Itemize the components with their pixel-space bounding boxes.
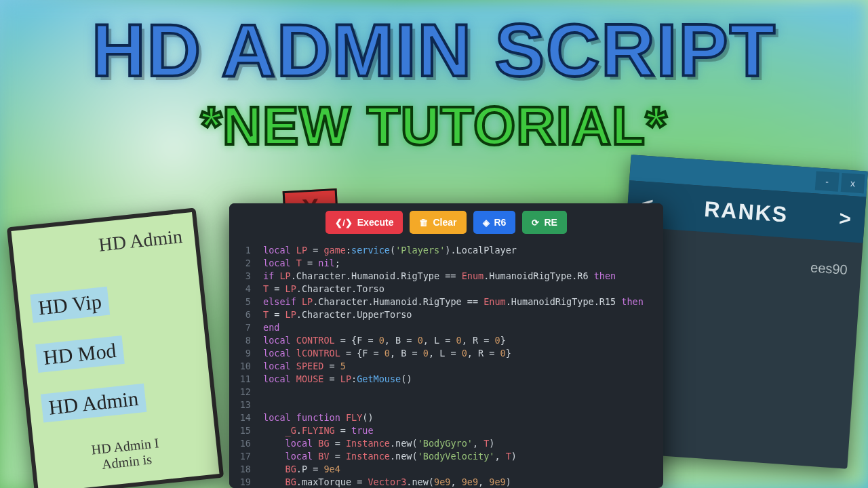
editor-toolbar: ❮/❯ Execute 🗑 Clear ◈ R6 ⟳ RE: [229, 203, 663, 241]
r6-button[interactable]: ◈ R6: [473, 211, 516, 234]
script-editor: ❮/❯ Execute 🗑 Clear ◈ R6 ⟳ RE 1234567891…: [229, 203, 663, 488]
r6-label: R6: [494, 217, 507, 228]
rank-chip-mod[interactable]: HD Mod: [35, 336, 124, 373]
re-label: RE: [544, 217, 557, 228]
minimize-button[interactable]: -: [815, 171, 840, 191]
cube-icon: ◈: [483, 218, 490, 228]
ranks-title: RANKS: [666, 194, 827, 230]
execute-button[interactable]: ❮/❯ Execute: [326, 211, 403, 234]
trash-icon: 🗑: [419, 218, 428, 228]
rank-chip-vip[interactable]: HD Vip: [30, 287, 109, 323]
title-main: HD ADMIN SCRIPT: [92, 7, 776, 93]
hd-admin-panel: HD Admin HD Vip HD Mod HD Admin HD Admin…: [7, 207, 224, 488]
admin-header: HD Admin: [24, 226, 183, 264]
refresh-icon: ⟳: [532, 218, 539, 228]
re-button[interactable]: ⟳ RE: [522, 211, 566, 234]
code-icon: ❮/❯: [335, 218, 353, 228]
title-sub: *NEW TUTORIAL*: [201, 95, 667, 157]
clear-label: Clear: [433, 217, 456, 228]
code-area[interactable]: local LP = game:service('Players').Local…: [258, 241, 663, 488]
execute-label: Execute: [357, 217, 394, 228]
rank-chip-admin[interactable]: HD Admin: [41, 384, 146, 423]
line-gutter: 12345678910111213141516171819: [229, 241, 258, 488]
editor-body[interactable]: 12345678910111213141516171819 local LP =…: [229, 241, 663, 488]
close-button[interactable]: x: [841, 173, 865, 193]
clear-button[interactable]: 🗑 Clear: [410, 211, 466, 234]
nav-next[interactable]: >: [825, 206, 865, 232]
admin-footer: HD Admin I Admin is: [46, 430, 206, 478]
